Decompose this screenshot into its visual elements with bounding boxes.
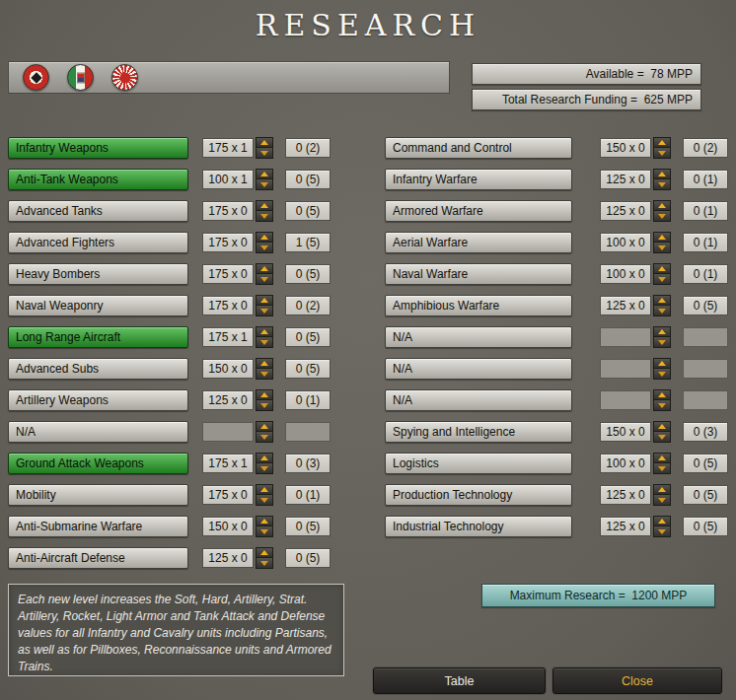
- decrease-investment-button[interactable]: [653, 495, 671, 506]
- decrease-investment-button[interactable]: [256, 463, 273, 474]
- research-category-button[interactable]: Anti-Submarine Warfare: [8, 516, 188, 537]
- research-level-box: 0 (5): [285, 327, 331, 347]
- decrease-investment-button[interactable]: [256, 432, 273, 443]
- investment-spinner: [653, 421, 671, 443]
- japanese-flag-icon[interactable]: [111, 64, 138, 91]
- research-row: N/A: [8, 421, 331, 443]
- increase-investment-button[interactable]: [256, 295, 273, 306]
- increase-investment-button[interactable]: [653, 232, 671, 243]
- increase-investment-button[interactable]: [256, 137, 273, 148]
- increase-investment-button[interactable]: [653, 295, 671, 306]
- increase-investment-button[interactable]: [256, 453, 273, 463]
- research-category-button[interactable]: Naval Weaponry: [8, 295, 188, 316]
- research-category-button[interactable]: N/A: [8, 421, 188, 443]
- decrease-investment-button[interactable]: [653, 148, 671, 159]
- increase-investment-button[interactable]: [653, 169, 671, 179]
- decrease-investment-button[interactable]: [653, 463, 671, 474]
- increase-investment-button[interactable]: [256, 326, 273, 337]
- decrease-investment-button[interactable]: [653, 243, 671, 253]
- research-category-button[interactable]: Industrial Technology: [385, 516, 572, 537]
- close-button[interactable]: Close: [552, 667, 722, 694]
- research-row: N/A: [385, 326, 728, 348]
- increase-investment-button[interactable]: [256, 263, 273, 274]
- increase-investment-button[interactable]: [256, 389, 273, 400]
- decrease-investment-button[interactable]: [653, 526, 671, 537]
- decrease-investment-button[interactable]: [256, 369, 273, 380]
- research-category-button[interactable]: Anti-Tank Weapons: [8, 169, 188, 190]
- decrease-investment-button[interactable]: [256, 495, 273, 506]
- decrease-investment-button[interactable]: [256, 400, 273, 411]
- decrease-investment-button[interactable]: [256, 148, 273, 159]
- decrease-investment-button[interactable]: [653, 211, 671, 222]
- research-row: Anti-Submarine Warfare 150 x 0 0 (5): [8, 516, 331, 537]
- increase-investment-button[interactable]: [653, 263, 671, 274]
- research-category-button[interactable]: N/A: [385, 358, 572, 380]
- increase-investment-button[interactable]: [256, 547, 273, 558]
- research-category-button[interactable]: Naval Warfare: [385, 263, 572, 285]
- research-category-button[interactable]: Anti-Aircraft Defense: [8, 547, 188, 569]
- decrease-investment-button[interactable]: [256, 306, 273, 316]
- increase-investment-button[interactable]: [256, 421, 273, 432]
- research-category-button[interactable]: Infantry Warfare: [385, 169, 572, 190]
- research-category-button[interactable]: Armored Warfare: [385, 200, 572, 222]
- increase-investment-button[interactable]: [653, 516, 671, 526]
- decrease-investment-button[interactable]: [256, 274, 273, 285]
- research-category-button[interactable]: Logistics: [385, 453, 572, 474]
- research-category-button[interactable]: Artillery Weapons: [8, 389, 188, 411]
- decrease-investment-button[interactable]: [256, 526, 273, 537]
- german-flag-icon[interactable]: [23, 64, 49, 91]
- research-category-button[interactable]: N/A: [385, 326, 572, 348]
- research-category-button[interactable]: Production Technology: [385, 484, 572, 506]
- research-row: Amphibious Warfare 125 x 0 0 (5): [385, 295, 728, 316]
- table-button[interactable]: Table: [373, 667, 546, 694]
- increase-investment-button[interactable]: [653, 326, 671, 337]
- decrease-investment-button[interactable]: [256, 211, 273, 222]
- italian-flag-icon[interactable]: [67, 64, 94, 91]
- research-category-button[interactable]: Advanced Tanks: [8, 200, 188, 222]
- research-category-button[interactable]: Advanced Fighters: [8, 232, 188, 253]
- research-category-button[interactable]: Heavy Bombers: [8, 263, 188, 285]
- research-cost-box: 175 x 0: [202, 233, 254, 252]
- increase-investment-button[interactable]: [653, 453, 671, 463]
- decrease-investment-button[interactable]: [653, 369, 671, 380]
- decrease-investment-button[interactable]: [653, 306, 671, 316]
- down-arrow-icon: [260, 529, 268, 534]
- up-arrow-icon: [658, 266, 666, 271]
- increase-investment-button[interactable]: [256, 232, 273, 243]
- research-category-button[interactable]: Infantry Weapons: [8, 137, 188, 159]
- research-cost-box: 150 x 0: [202, 359, 254, 379]
- research-category-button[interactable]: Long Range Aircraft: [8, 326, 188, 348]
- research-category-button[interactable]: Spying and Intelligence: [385, 421, 572, 443]
- decrease-investment-button[interactable]: [256, 337, 273, 348]
- research-category-button[interactable]: Amphibious Warfare: [385, 295, 572, 316]
- decrease-investment-button[interactable]: [256, 243, 273, 253]
- decrease-investment-button[interactable]: [653, 432, 671, 443]
- research-category-button[interactable]: Aerial Warfare: [385, 232, 572, 253]
- increase-investment-button[interactable]: [653, 484, 671, 495]
- research-category-button[interactable]: Advanced Subs: [8, 358, 188, 380]
- nation-flags-bar: [8, 61, 450, 94]
- increase-investment-button[interactable]: [653, 200, 671, 211]
- increase-investment-button[interactable]: [653, 358, 671, 369]
- increase-investment-button[interactable]: [256, 200, 273, 211]
- research-level-box: [285, 422, 331, 442]
- investment-spinner: [653, 137, 671, 159]
- decrease-investment-button[interactable]: [653, 337, 671, 348]
- increase-investment-button[interactable]: [256, 516, 273, 526]
- decrease-investment-button[interactable]: [256, 558, 273, 569]
- increase-investment-button[interactable]: [653, 137, 671, 148]
- increase-investment-button[interactable]: [256, 484, 273, 495]
- increase-investment-button[interactable]: [653, 421, 671, 432]
- research-category-button[interactable]: Command and Control: [385, 137, 572, 159]
- up-arrow-icon: [260, 298, 268, 303]
- decrease-investment-button[interactable]: [653, 274, 671, 285]
- research-category-button[interactable]: Ground Attack Weapons: [8, 453, 188, 474]
- research-category-button[interactable]: Mobility: [8, 484, 188, 506]
- increase-investment-button[interactable]: [256, 358, 273, 369]
- increase-investment-button[interactable]: [653, 389, 671, 400]
- research-category-button[interactable]: N/A: [385, 389, 572, 411]
- decrease-investment-button[interactable]: [653, 400, 671, 411]
- increase-investment-button[interactable]: [256, 169, 273, 179]
- decrease-investment-button[interactable]: [256, 179, 273, 190]
- decrease-investment-button[interactable]: [653, 179, 671, 190]
